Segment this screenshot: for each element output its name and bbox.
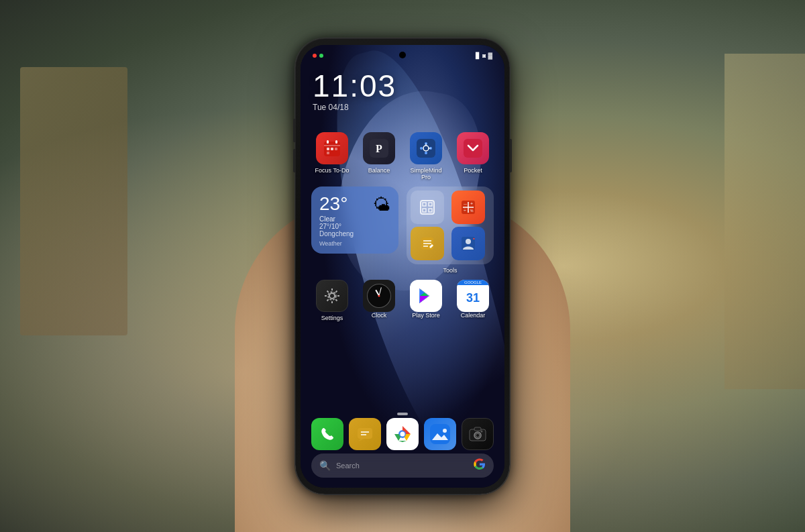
tools-folder: — + % ÷ <box>407 187 494 264</box>
dock-phone[interactable] <box>309 418 346 453</box>
power-button[interactable] <box>510 139 512 172</box>
playstore-label: Play Store <box>412 312 440 319</box>
dock-photos-icon <box>424 418 456 450</box>
svg-rect-23 <box>429 209 432 212</box>
weather-label: Weather <box>319 240 390 247</box>
sim-icon: ▊ <box>476 52 480 59</box>
dock-phone-icon <box>311 418 343 450</box>
settings-label: Settings <box>321 315 343 322</box>
volume-down-button[interactable] <box>293 149 295 172</box>
tools-folder-label: Tools <box>407 267 494 274</box>
status-dot-red <box>313 54 317 58</box>
dock-photos[interactable] <box>421 418 459 453</box>
dock-messages[interactable] <box>346 418 384 453</box>
svg-rect-54 <box>474 427 481 431</box>
weather-condition: Clear <box>319 215 390 223</box>
svg-marker-43 <box>358 439 364 441</box>
svg-rect-20 <box>423 203 426 206</box>
app-settings[interactable]: Settings <box>312 280 352 322</box>
status-dots <box>313 54 323 58</box>
google-icon <box>474 458 486 473</box>
playstore-icon <box>410 280 442 312</box>
focustodo-icon <box>316 132 348 164</box>
background-door-right <box>724 54 805 389</box>
svg-point-57 <box>481 430 483 432</box>
volume-up-button[interactable] <box>293 119 295 142</box>
search-bar[interactable]: 🔍 Search <box>311 454 494 478</box>
svg-point-36 <box>466 239 471 244</box>
status-dot-green <box>319 54 323 58</box>
weather-range: 27°/10° <box>319 223 390 230</box>
svg-rect-50 <box>430 424 450 444</box>
app-focustodo[interactable]: Focus To-Do <box>312 132 352 182</box>
dock-camera[interactable] <box>459 418 496 453</box>
clock-icon <box>363 280 395 312</box>
svg-point-49 <box>400 431 405 436</box>
app-calendar[interactable]: Google 31 Calendar <box>453 280 493 322</box>
dock-chrome-icon <box>386 418 419 450</box>
clock-label: Clock <box>372 312 387 319</box>
focustodo-label: Focus To-Do <box>315 167 350 174</box>
svg-rect-10 <box>417 139 435 158</box>
simplemind-label: SimpleMind Pro <box>406 167 446 182</box>
svg-point-38 <box>329 293 335 299</box>
status-bar: ▊ ◙ ▓ <box>301 45 504 66</box>
phone-body: ▊ ◙ ▓ 11:03 Tue 04/18 <box>295 38 510 494</box>
clock-area: 11:03 Tue 04/18 <box>313 70 396 112</box>
pocket-label: Pocket <box>464 167 482 174</box>
svg-rect-4 <box>327 148 329 150</box>
svg-rect-3 <box>324 145 340 146</box>
dock-indicator <box>397 413 408 415</box>
app-playstore[interactable]: Play Store <box>406 280 446 322</box>
weather-widget: 23° 🌤 Clear 27°/10° Dongcheng Weather <box>311 187 398 254</box>
app-row-1: Focus To-Do P Balance <box>309 132 496 182</box>
calendar-day: 31 <box>457 285 489 312</box>
app-row-2: 23° 🌤 Clear 27°/10° Dongcheng Weather <box>309 187 496 274</box>
dock-messages-icon <box>349 418 381 450</box>
svg-text:—: — <box>464 202 467 206</box>
tools-screen-icon <box>411 191 444 224</box>
app-balance[interactable]: P Balance <box>359 132 399 182</box>
app-row-3: Settings Clock <box>309 280 496 322</box>
svg-text:%: % <box>470 209 474 213</box>
tools-files-icon: • <box>451 227 485 260</box>
dock-camera-icon <box>462 418 494 450</box>
svg-rect-22 <box>423 209 426 212</box>
dock-chrome[interactable] <box>384 418 421 453</box>
svg-rect-2 <box>335 140 337 144</box>
dock-row <box>309 418 496 453</box>
camera-status-icon: ◙ <box>482 52 486 59</box>
svg-text:+: + <box>470 201 473 206</box>
tools-calc-icon: — + % ÷ <box>451 191 485 224</box>
app-pocket[interactable]: Pocket <box>453 132 493 182</box>
battery-icon: ▓ <box>488 52 492 59</box>
app-clock[interactable]: Clock <box>359 280 399 322</box>
phone: ▊ ◙ ▓ 11:03 Tue 04/18 <box>295 38 510 494</box>
svg-point-15 <box>420 147 423 150</box>
calendar-label: Calendar <box>461 312 486 319</box>
app-simplemind[interactable]: SimpleMind Pro <box>406 132 446 182</box>
svg-point-14 <box>425 152 427 154</box>
search-icon: 🔍 <box>319 460 331 471</box>
weather-temperature: 23° <box>319 193 347 215</box>
weather-sun-icon: 🌤 <box>373 195 390 215</box>
balance-icon: P <box>363 132 395 164</box>
calendar-icon: Google 31 <box>457 280 489 312</box>
tools-folder-wrap[interactable]: — + % ÷ <box>407 187 494 274</box>
calendar-header: Google <box>457 280 489 285</box>
svg-point-52 <box>443 429 447 433</box>
simplemind-icon <box>410 132 442 164</box>
phone-screen: ▊ ◙ ▓ 11:03 Tue 04/18 <box>301 45 504 488</box>
svg-rect-1 <box>327 140 329 144</box>
settings-icon <box>316 280 348 312</box>
background-door-left <box>20 67 127 335</box>
svg-text:•: • <box>473 235 475 242</box>
clock-face <box>367 284 391 308</box>
clock-center-dot <box>378 295 380 297</box>
weather-location: Dongcheng <box>319 230 390 237</box>
svg-rect-7 <box>327 152 329 154</box>
svg-rect-18 <box>464 139 482 158</box>
svg-rect-21 <box>429 203 432 206</box>
weather-widget-wrap[interactable]: 23° 🌤 Clear 27°/10° Dongcheng Weather <box>311 187 398 274</box>
pocket-icon <box>457 132 489 164</box>
